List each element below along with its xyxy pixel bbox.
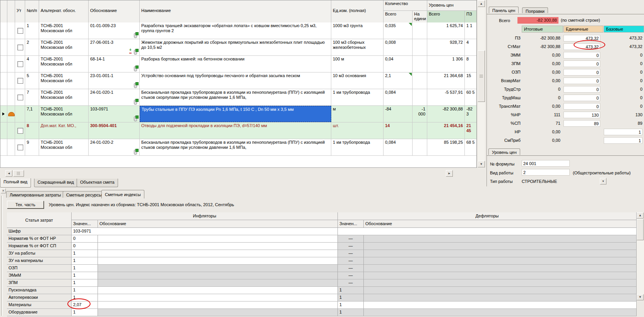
pz-cell[interactable]: 4 bbox=[465, 39, 477, 55]
table-row[interactable]: 4 ТСНБ-2001 Московская обл 68-14-1 Разбо… bbox=[0, 56, 477, 72]
tab-object-estimate[interactable]: Объектная смета bbox=[77, 179, 118, 187]
unit-cell[interactable]: 1 км трубопровода bbox=[331, 89, 384, 105]
deflator-value-cell[interactable] bbox=[338, 228, 637, 235]
scroll-down-button[interactable]: ▼ bbox=[637, 294, 644, 300]
qty-cell[interactable]: 2,1 bbox=[384, 72, 413, 89]
total-cell[interactable]: 21 364,68 bbox=[427, 72, 465, 89]
row-selector-cell[interactable] bbox=[0, 22, 7, 39]
qty-cell[interactable]: 14 bbox=[384, 122, 413, 139]
price-row-unit-input[interactable]: 130 bbox=[564, 112, 600, 118]
row-selector-cell[interactable] bbox=[0, 139, 7, 155]
deflator-just-cell[interactable] bbox=[364, 294, 637, 301]
inflator-just-cell[interactable] bbox=[98, 250, 338, 257]
inflator-value-cell[interactable]: 1 bbox=[72, 287, 98, 294]
deflator-value-cell[interactable]: 1 bbox=[338, 309, 364, 316]
inflator-value-cell[interactable]: 1 bbox=[72, 279, 98, 287]
work-type-dropdown-button[interactable]: ▼ bbox=[600, 178, 606, 184]
deflator-just-cell[interactable] bbox=[364, 235, 637, 243]
row-selector-cell[interactable] bbox=[0, 89, 7, 105]
tab-estimate-indexes[interactable]: Сметные индексы bbox=[101, 190, 144, 198]
qty-cell[interactable]: 0,084 bbox=[384, 89, 413, 105]
deflator-value-cell[interactable]: 1 bbox=[338, 301, 364, 309]
unit-cell[interactable]: 100 м3 сборных железобетонных bbox=[331, 39, 384, 55]
deflator-value-cell[interactable]: 1 bbox=[338, 294, 364, 301]
close-panel-button[interactable]: × bbox=[1, 188, 6, 193]
total-cell[interactable]: 1 306 bbox=[427, 56, 465, 72]
scroll-up-button[interactable]: ▲ bbox=[478, 0, 485, 7]
name-cell[interactable]: Бесканальная прокладка трубопроводов в и… bbox=[140, 139, 331, 155]
inflator-just-cell[interactable] bbox=[98, 257, 338, 265]
scroll-thumb[interactable] bbox=[478, 50, 485, 102]
tab-short-view[interactable]: Сокращенный вид bbox=[34, 179, 77, 187]
name-cell[interactable]: Разработка траншей экскаватором «обратна… bbox=[140, 22, 331, 39]
total-cell[interactable]: 85 198,25 bbox=[427, 139, 465, 155]
inflator-just-cell[interactable] bbox=[98, 301, 338, 309]
code-cell[interactable]: 23-01-001-1 bbox=[89, 72, 140, 89]
qty-per-unit-cell[interactable] bbox=[413, 139, 427, 155]
alt-just-cell[interactable]: ТСНБ-2001 Московская обл bbox=[39, 39, 89, 55]
name-cell[interactable]: Жемонтаж дорожных покрытий из сборных пр… bbox=[140, 39, 331, 55]
alt-just-cell[interactable]: ТСНБ-2001 Московская обл bbox=[39, 72, 89, 89]
grid-vscrollbar[interactable]: ▲ ▼ bbox=[477, 0, 485, 168]
work-kind-input[interactable]: 2 bbox=[522, 169, 570, 176]
code-cell[interactable]: 24-01-020-2 bbox=[89, 139, 140, 155]
price-row-unit-input[interactable]: 0 bbox=[564, 95, 600, 101]
inflator-value-cell[interactable]: 1 bbox=[72, 265, 98, 272]
tech-part-button[interactable]: Тех. часть bbox=[7, 201, 44, 208]
qty-per-unit-cell[interactable] bbox=[413, 39, 427, 55]
row-num-cell[interactable]: 1 bbox=[25, 22, 39, 39]
unit-cell[interactable]: м bbox=[331, 106, 384, 122]
tab-price-level[interactable]: Уровень цен bbox=[488, 148, 520, 155]
qty-per-unit-cell[interactable] bbox=[413, 56, 427, 72]
scroll-up-button[interactable]: ▲ bbox=[637, 212, 644, 219]
scroll-right-button[interactable]: ► bbox=[446, 170, 453, 177]
formula-input[interactable]: 24 001 bbox=[522, 160, 570, 167]
name-cell[interactable]: Устройство основания под трубопроводы пе… bbox=[140, 72, 331, 89]
unit-cell[interactable]: 10 м3 основания bbox=[331, 72, 384, 89]
deflator-value-cell[interactable]: — bbox=[338, 257, 364, 265]
approve-checkbox[interactable] bbox=[17, 128, 23, 134]
table-row[interactable]: 8 Доп.мат. Кат. МО., 300-9504-401 Отводы… bbox=[0, 122, 477, 139]
alt-just-cell[interactable]: ТСНБ-2001 Московская обл bbox=[39, 56, 89, 72]
qty-per-unit-cell[interactable] bbox=[413, 72, 427, 89]
price-row-unit-input[interactable]: 0 bbox=[564, 86, 600, 93]
code-cell[interactable]: 300-9504-401 bbox=[89, 122, 140, 139]
tab-estimate-resources[interactable]: Сметные ресурсы bbox=[63, 191, 105, 198]
unit-cell[interactable]: 1 км трубопровода bbox=[331, 139, 384, 155]
row-num-cell[interactable]: 4 bbox=[25, 56, 39, 72]
alt-just-cell[interactable]: ТСНБ-2001 Московская обл bbox=[39, 106, 89, 122]
deflator-just-cell[interactable] bbox=[364, 272, 637, 279]
table-row[interactable]: 5 ТСНБ-2001 Московская обл 23-01-001-1 У… bbox=[0, 72, 477, 89]
alt-just-cell[interactable]: Доп.мат. Кат. МО., bbox=[39, 122, 89, 139]
row-selector-cell[interactable] bbox=[0, 39, 7, 55]
price-row-base-input[interactable]: 1 bbox=[604, 137, 642, 144]
inflator-value-cell[interactable]: 1 bbox=[72, 309, 98, 316]
inflator-value-cell[interactable]: 0 bbox=[72, 235, 98, 243]
deflator-just-cell[interactable] bbox=[364, 301, 637, 309]
deflator-value-cell[interactable]: — bbox=[338, 279, 364, 287]
deflator-value-cell[interactable]: — bbox=[338, 235, 364, 243]
deflator-value-cell[interactable]: 1 bbox=[338, 287, 364, 294]
qty-cell[interactable]: 0,084 bbox=[384, 139, 413, 155]
row-selector-cell[interactable] bbox=[0, 72, 7, 89]
inflator-value-cell[interactable]: 1 bbox=[72, 257, 98, 265]
table-row[interactable]: 1 ТСНБ-2001 Московская обл 01-01-009-23 … bbox=[0, 22, 477, 39]
qty-per-unit-cell[interactable] bbox=[413, 22, 427, 39]
total-cell[interactable]: -5 537,91 bbox=[427, 89, 465, 105]
name-cell[interactable]: Отводы для подземной прокладки в изоляци… bbox=[140, 122, 331, 139]
pz-cell[interactable]: 15 bbox=[465, 72, 477, 89]
alt-just-cell[interactable]: ТСНБ-2001 Московская обл bbox=[39, 89, 89, 105]
approve-checkbox[interactable] bbox=[17, 45, 23, 50]
code-cell[interactable]: 24-01-020-1 bbox=[89, 89, 140, 105]
price-row-unit-input[interactable]: 0 bbox=[564, 60, 600, 67]
table-row-selected[interactable]: 7,1 ТСНБ-2001 Московская обл 103-0971 Тр… bbox=[0, 106, 477, 122]
pz-cell[interactable]: 68 5 bbox=[465, 139, 477, 155]
inflator-just-cell[interactable] bbox=[98, 243, 338, 250]
qty-per-unit-cell[interactable]: -1 000 bbox=[413, 106, 427, 122]
approve-checkbox[interactable] bbox=[17, 95, 23, 100]
inflator-value-cell[interactable]: 1 bbox=[72, 272, 98, 279]
table-row[interactable]: 2 ТСНБ-2001 Московская обл 27-06-001-3 +… bbox=[0, 39, 477, 56]
scroll-left-button[interactable]: ◄ bbox=[5, 170, 12, 177]
qty-cell[interactable]: 0,008 bbox=[384, 39, 413, 55]
price-row-unit-input[interactable]: 0 bbox=[564, 78, 600, 84]
